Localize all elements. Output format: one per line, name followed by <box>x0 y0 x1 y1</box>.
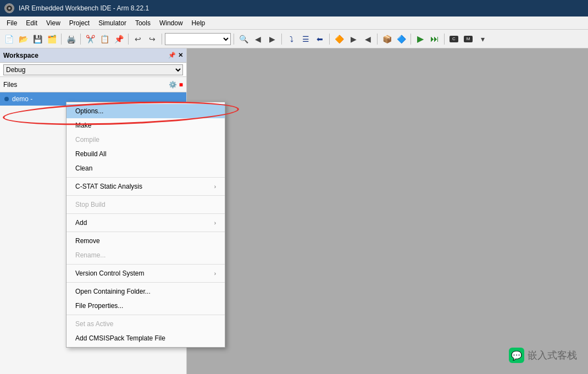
ctx-label-rename: Rename... <box>75 251 106 259</box>
ctx-separator-separator4 <box>66 232 225 232</box>
step-btn[interactable]: ⏭ <box>428 32 441 46</box>
redo-btn[interactable]: ↪ <box>146 32 159 46</box>
ctx-label-open-folder: Open Containing Folder... <box>75 288 151 295</box>
toolbar: 📄 📂 💾 🗂️ 🖨️ ✂️ 📋 📌 ↩ ↪ 🔍 ◀ ▶ ⤵ ☰ ⬅ 🔶 ▶ ◀… <box>0 30 588 48</box>
watermark-text: 嵌入式客栈 <box>528 349 577 362</box>
ctx-label-remove: Remove <box>75 237 100 245</box>
ctx-separator-separator2 <box>66 195 225 196</box>
open-btn[interactable]: 📂 <box>16 32 30 46</box>
ctx-item-version-control[interactable]: Version Control System› <box>66 266 225 280</box>
ctx-item-remove[interactable]: Remove <box>66 234 225 248</box>
ctx-item-options[interactable]: Options... <box>66 104 225 118</box>
files-label: Files <box>3 81 17 89</box>
ctx-separator-separator5 <box>66 264 225 265</box>
menu-bar: FileEditViewProjectSimulatorToolsWindowH… <box>0 16 588 30</box>
sep3 <box>128 34 129 45</box>
ctx-separator-separator1 <box>66 177 225 178</box>
back-btn[interactable]: ⬅ <box>313 32 326 46</box>
workspace-label: Workspace <box>3 52 38 59</box>
ctx-label-add-cmsis: Add CMSISPack Template File <box>75 334 165 342</box>
app-icon <box>4 3 14 13</box>
list-btn[interactable]: ☰ <box>299 32 312 46</box>
ctx-item-clean[interactable]: Clean <box>66 161 225 175</box>
files-header: Files ⚙️ ■ <box>0 77 186 92</box>
chip2-btn[interactable]: M <box>462 32 475 46</box>
ctx-label-clean: Clean <box>75 164 92 172</box>
workspace-config-row: Debug <box>0 63 186 77</box>
save-btn[interactable]: 💾 <box>31 32 44 46</box>
jump-btn[interactable]: ⤵ <box>285 32 298 46</box>
workspace-header: Workspace 📌 ✕ <box>0 48 186 63</box>
ctx-label-stop-build: Stop Build <box>75 201 106 208</box>
ctx-label-compile: Compile <box>75 136 99 144</box>
ctx-label-set-active: Set as Active <box>75 320 113 328</box>
ctx-label-options: Options... <box>75 107 103 115</box>
menu-item-file[interactable]: File <box>2 16 21 30</box>
nav-next-btn[interactable]: ▶ <box>265 32 279 46</box>
menu-item-edit[interactable]: Edit <box>21 16 42 30</box>
ctx-arrow-add: › <box>214 220 216 226</box>
menu-item-simulator[interactable]: Simulator <box>94 16 131 30</box>
content-area <box>187 48 588 374</box>
workspace-header-icons: 📌 ✕ <box>168 52 183 59</box>
ctx-item-open-folder[interactable]: Open Containing Folder... <box>66 284 225 299</box>
title-bar: IAR Embedded Workbench IDE - Arm 8.22.1 <box>0 0 588 16</box>
sep9 <box>411 34 411 45</box>
print-btn[interactable]: 🖨️ <box>64 32 77 46</box>
menu-item-help[interactable]: Help <box>187 16 210 30</box>
window-title: IAR Embedded Workbench IDE - Arm 8.22.1 <box>19 4 149 12</box>
sep4 <box>162 34 162 45</box>
files-header-icons: ⚙️ ■ <box>169 81 183 89</box>
menu-item-view[interactable]: View <box>42 16 65 30</box>
pin-icon[interactable]: 📌 <box>168 52 176 59</box>
ctx-label-rebuild-all: Rebuild All <box>75 150 107 158</box>
demo-label: demo - <box>12 95 32 103</box>
menu-item-tools[interactable]: Tools <box>131 16 155 30</box>
ctx-separator-separator3 <box>66 213 225 214</box>
sep10 <box>444 34 445 45</box>
ctx-label-cstat: C-STAT Static Analysis <box>75 183 142 190</box>
ctx-item-rebuild-all[interactable]: Rebuild All <box>66 147 225 161</box>
ctx-separator-separator7 <box>66 315 225 315</box>
nav-prev-btn[interactable]: ◀ <box>251 32 264 46</box>
ctx-arrow-cstat: › <box>214 184 216 190</box>
sep8 <box>377 34 378 45</box>
more-btn[interactable]: ▾ <box>476 32 489 46</box>
menu-item-window[interactable]: Window <box>155 16 187 30</box>
toggle3-btn[interactable]: ◀ <box>361 32 374 46</box>
context-menu: Options...MakeCompileRebuild AllCleanC-S… <box>66 102 225 348</box>
ctx-item-make[interactable]: Make <box>66 118 225 133</box>
ctx-arrow-version-control: › <box>214 271 216 277</box>
sep6 <box>281 34 282 45</box>
close-workspace-icon[interactable]: ✕ <box>178 52 183 59</box>
save-all-btn[interactable]: 🗂️ <box>45 32 58 46</box>
sep1 <box>61 34 62 45</box>
config-dropdown[interactable]: Debug <box>3 64 183 75</box>
sep7 <box>329 34 330 45</box>
mem2-btn[interactable]: 🔷 <box>395 32 408 46</box>
ctx-item-cstat[interactable]: C-STAT Static Analysis› <box>66 179 225 194</box>
watermark: 💬 嵌入式客栈 <box>509 348 577 363</box>
undo-btn[interactable]: ↩ <box>131 32 145 46</box>
play-btn[interactable]: ▶ <box>414 32 427 46</box>
toggle1-btn[interactable]: 🔶 <box>332 32 346 46</box>
ctx-item-add-cmsis[interactable]: Add CMSISPack Template File <box>66 331 225 345</box>
gear-icon[interactable]: ⚙️ <box>169 81 177 89</box>
svg-point-1 <box>8 7 10 9</box>
search-btn[interactable]: 🔍 <box>237 32 250 46</box>
cut-btn[interactable]: ✂️ <box>84 32 97 46</box>
ctx-item-add[interactable]: Add› <box>66 216 225 230</box>
ctx-label-file-props: File Properties... <box>75 302 123 310</box>
paste-btn[interactable]: 📌 <box>112 32 125 46</box>
ctx-label-add: Add <box>75 219 87 227</box>
ctx-item-file-props[interactable]: File Properties... <box>66 299 225 313</box>
menu-item-project[interactable]: Project <box>65 16 94 30</box>
ctx-label-make: Make <box>75 122 91 129</box>
new-btn[interactable]: 📄 <box>2 32 15 46</box>
add-file-icon[interactable]: ■ <box>179 81 183 89</box>
copy-btn[interactable]: 📋 <box>98 32 111 46</box>
nav-dropdown[interactable] <box>165 33 231 45</box>
mem1-btn[interactable]: 📦 <box>380 32 393 46</box>
toggle2-btn[interactable]: ▶ <box>347 32 360 46</box>
chip1-btn[interactable]: C <box>447 32 461 46</box>
